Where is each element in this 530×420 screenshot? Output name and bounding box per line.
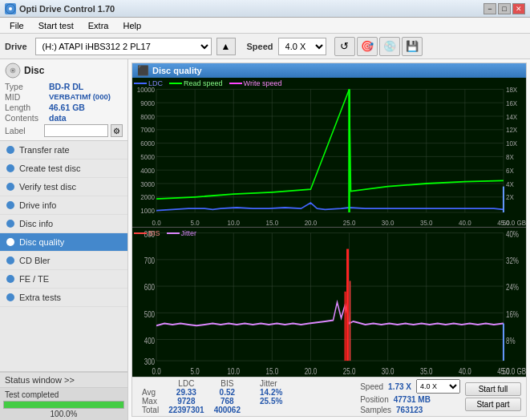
sidebar-menu: Transfer rate Create test disc Verify te… xyxy=(0,141,127,371)
svg-text:30.0: 30.0 xyxy=(382,366,394,376)
svg-text:20.0: 20.0 xyxy=(305,366,318,376)
svg-text:700: 700 xyxy=(144,256,155,265)
legend-read-color xyxy=(169,83,182,84)
legend-jitter-color xyxy=(167,232,180,234)
sidebar-item-disc-info[interactable]: Disc info xyxy=(0,215,127,233)
close-button[interactable]: ✕ xyxy=(512,3,525,14)
app-icon xyxy=(5,3,16,14)
svg-text:2000: 2000 xyxy=(140,193,155,202)
disc-icon[interactable]: 💿 xyxy=(379,37,400,56)
disc-panel-icon xyxy=(5,63,21,79)
status-bar: Test completed 100.0% xyxy=(0,388,127,420)
svg-text:20.0: 20.0 xyxy=(305,218,318,227)
col-bis: BIS xyxy=(209,379,245,388)
app-title: Opti Drive Control 1.70 xyxy=(19,4,115,14)
sidebar-item-label: Drive info xyxy=(19,200,56,210)
sidebar-item-dot-active xyxy=(6,238,14,246)
speed-row: Speed 1.73 X 4.0 X xyxy=(360,379,460,394)
sidebar-item-dot xyxy=(6,201,14,209)
svg-text:400: 400 xyxy=(144,336,155,345)
svg-text:16%: 16% xyxy=(506,309,520,318)
disc-header: Disc xyxy=(5,63,123,79)
main-content: Disc Type BD-R DL MID VERBATIMf (000) Le… xyxy=(0,59,530,420)
menu-start-test[interactable]: Start test xyxy=(32,19,80,32)
speed-value: 1.73 X xyxy=(388,382,411,391)
sidebar-item-create-test-disc[interactable]: Create test disc xyxy=(0,160,127,178)
maximize-button[interactable]: □ xyxy=(498,3,511,14)
sidebar-item-drive-info[interactable]: Drive info xyxy=(0,196,127,215)
disc-panel: Disc Type BD-R DL MID VERBATIMf (000) Le… xyxy=(0,59,127,141)
disc-length-value: 46.61 GB xyxy=(49,103,85,112)
menu-extra[interactable]: Extra xyxy=(82,19,115,32)
speed-select[interactable]: 4.0 X xyxy=(278,38,326,55)
start-part-button[interactable]: Start part xyxy=(465,398,521,411)
disc-label-button[interactable]: ⚙ xyxy=(111,124,123,137)
avg-ldc: 29.33 xyxy=(164,388,209,397)
status-window-button[interactable]: Status window >> xyxy=(0,372,127,387)
svg-text:12X: 12X xyxy=(506,126,517,135)
svg-text:8%: 8% xyxy=(506,336,516,345)
sidebar-item-label: CD Bler xyxy=(19,256,51,265)
svg-text:40%: 40% xyxy=(506,229,520,239)
col-jitter: Jitter xyxy=(255,379,287,388)
sidebar-item-dot xyxy=(6,293,14,301)
svg-text:2X: 2X xyxy=(506,193,514,202)
progress-bar-outer xyxy=(3,401,124,409)
svg-text:3000: 3000 xyxy=(140,180,155,188)
sidebar-item-dot xyxy=(6,220,14,228)
legend-write-color xyxy=(229,83,242,84)
svg-text:4X: 4X xyxy=(506,180,514,188)
top-chart: LDC Read speed Write speed xyxy=(132,78,526,228)
chart-title-bar: ⬛ Disc quality xyxy=(132,63,526,78)
eject-button[interactable]: ▲ xyxy=(216,38,236,55)
position-row: Position 47731 MB xyxy=(360,395,460,404)
toolbar-icons: ↺ 🎯 💿 💾 xyxy=(334,37,423,56)
col-ldc: LDC xyxy=(164,379,209,388)
svg-text:14X: 14X xyxy=(506,112,517,121)
menu-file[interactable]: File xyxy=(3,19,30,32)
speed-select[interactable]: 4.0 X xyxy=(416,379,460,394)
stats-row: LDC BIS Jitter Avg 29.33 0.52 xyxy=(132,377,526,416)
position-value: 47731 MB xyxy=(394,395,431,404)
svg-text:8X: 8X xyxy=(506,152,514,161)
sidebar-item-label: Extra tests xyxy=(19,293,61,302)
svg-text:15.0: 15.0 xyxy=(266,366,279,376)
save-icon[interactable]: 💾 xyxy=(402,37,423,56)
charts-container: LDC Read speed Write speed xyxy=(132,78,526,377)
refresh-icon[interactable]: ↺ xyxy=(334,37,355,56)
svg-point-4 xyxy=(12,70,14,71)
sidebar-item-fe-te[interactable]: FE / TE xyxy=(0,270,127,289)
svg-text:5000: 5000 xyxy=(140,152,155,161)
svg-text:5.0: 5.0 xyxy=(191,366,200,376)
settings-icon[interactable]: 🎯 xyxy=(357,37,378,56)
title-bar-left: Opti Drive Control 1.70 xyxy=(5,3,115,14)
position-label: Position xyxy=(360,395,389,404)
disc-contents-value: data xyxy=(49,113,67,123)
stats-table: LDC BIS Jitter Avg 29.33 0.52 xyxy=(137,379,355,414)
bottom-chart: BIS Jitter xyxy=(132,228,526,377)
sidebar-item-dot xyxy=(6,275,14,283)
sidebar-item-verify-test-disc[interactable]: Verify test disc xyxy=(0,178,127,196)
disc-panel-title: Disc xyxy=(24,65,44,76)
sidebar-item-disc-quality[interactable]: Disc quality xyxy=(0,233,127,252)
minimize-button[interactable]: − xyxy=(483,3,496,14)
svg-text:300: 300 xyxy=(144,357,155,366)
action-buttons: Start full Start part xyxy=(465,382,521,411)
max-label: Max xyxy=(137,397,164,406)
legend-ldc-color xyxy=(134,83,147,84)
menu-help[interactable]: Help xyxy=(116,19,148,32)
svg-text:30.0: 30.0 xyxy=(382,218,394,227)
start-full-button[interactable]: Start full xyxy=(465,382,521,396)
sidebar-item-transfer-rate[interactable]: Transfer rate xyxy=(0,141,127,160)
chart-icon: ⬛ xyxy=(137,65,149,76)
svg-text:35.0: 35.0 xyxy=(420,218,433,227)
disc-label-input[interactable] xyxy=(44,124,108,137)
svg-text:24%: 24% xyxy=(506,282,520,292)
sidebar-item-cd-bler[interactable]: CD Bler xyxy=(0,252,127,270)
drive-select[interactable]: (H:) ATAPI iHBS312 2 PL17 xyxy=(35,38,212,55)
progress-text: 100.0% xyxy=(0,410,127,418)
svg-text:1000: 1000 xyxy=(140,207,155,216)
sidebar-item-extra-tests[interactable]: Extra tests xyxy=(0,289,127,307)
sidebar: Disc Type BD-R DL MID VERBATIMf (000) Le… xyxy=(0,59,128,420)
svg-text:0.0: 0.0 xyxy=(152,366,160,376)
